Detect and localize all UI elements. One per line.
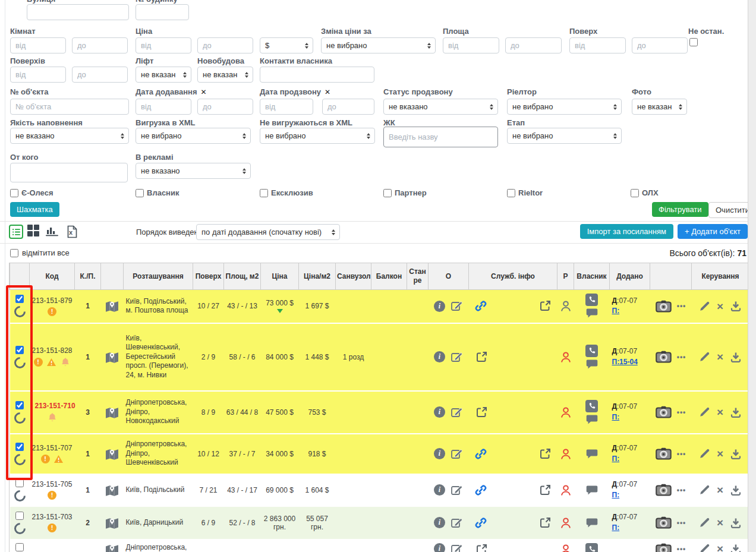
person-icon[interactable] (559, 516, 572, 529)
location-text[interactable]: Дніпропетровська, Дніпро, Новокодакський (126, 398, 187, 425)
map-icon[interactable] (105, 299, 119, 313)
call-status-select[interactable]: не вказано (383, 99, 498, 115)
location-text[interactable]: Київ, Шевченківський, Берестейський прос… (126, 334, 188, 379)
table-row[interactable]: !213-151-710 ! 3 Дніпропетровська, Дніпр… (10, 391, 749, 434)
not-last-checkbox[interactable] (689, 38, 698, 46)
edit-note-icon[interactable] (451, 484, 463, 496)
xml-exclude-select[interactable]: не вибрано (260, 128, 375, 144)
more-options-icon[interactable]: ••• (677, 302, 686, 310)
chart-view-icon[interactable] (45, 225, 59, 236)
status-circle-icon[interactable] (12, 452, 28, 468)
phone-icon[interactable] (585, 294, 598, 306)
table-row[interactable]: !213-151-705 ! 1 Київ, Подільський 7 / 2… (10, 474, 749, 506)
comment-icon[interactable] (586, 449, 598, 459)
person-icon[interactable] (559, 351, 572, 364)
status-circle-icon[interactable] (12, 488, 28, 504)
external-link-icon[interactable] (538, 299, 552, 313)
map-icon[interactable] (105, 406, 119, 419)
grid-view-icon[interactable] (27, 225, 39, 236)
external-link-icon[interactable] (475, 543, 488, 552)
comment-icon[interactable] (586, 359, 598, 370)
floors-from-input[interactable] (10, 67, 66, 83)
edit-note-icon[interactable] (451, 406, 463, 418)
link-icon[interactable] (475, 517, 487, 529)
call-date-link[interactable]: П: (612, 307, 620, 315)
comment-icon[interactable] (586, 308, 598, 318)
object-no-input[interactable] (10, 99, 129, 115)
flag-partner-checkbox[interactable] (383, 189, 392, 197)
order-select[interactable]: по даті додавання (спочатку нові) (196, 224, 340, 240)
camera-icon[interactable] (656, 516, 672, 529)
camera-icon[interactable] (656, 543, 672, 552)
delete-icon[interactable]: × (717, 301, 723, 312)
more-options-icon[interactable]: ••• (677, 486, 686, 494)
external-link-icon[interactable] (538, 447, 552, 460)
row-select-checkbox[interactable] (15, 401, 24, 409)
delete-icon[interactable]: × (717, 351, 723, 362)
map-icon[interactable] (105, 484, 119, 497)
excel-export-icon[interactable]: x (67, 225, 77, 239)
status-circle-icon[interactable] (12, 521, 28, 537)
location-text[interactable]: Київ, Подільський (126, 485, 185, 494)
row-select-checkbox[interactable] (15, 479, 24, 487)
map-icon[interactable] (105, 447, 119, 460)
warning-triangle-icon[interactable] (46, 358, 56, 367)
currency-select[interactable]: $ (260, 37, 313, 53)
info-icon[interactable]: i (434, 448, 445, 459)
filter-button[interactable]: Фільтрувати (652, 202, 708, 217)
download-icon[interactable] (730, 448, 742, 460)
flag-olx[interactable]: ОЛХ (631, 188, 659, 197)
row-select-checkbox[interactable] (15, 512, 24, 520)
edit-pencil-icon[interactable] (699, 406, 710, 418)
row-select-checkbox[interactable] (15, 295, 24, 303)
row-select-checkbox[interactable] (15, 346, 24, 354)
comment-icon[interactable] (586, 414, 598, 425)
status-circle-icon[interactable] (12, 304, 28, 320)
info-icon[interactable]: i (434, 484, 445, 496)
zhk-input[interactable] (383, 127, 498, 147)
quality-select[interactable]: не вказано (10, 128, 129, 144)
external-link-icon[interactable] (538, 484, 552, 497)
location-text[interactable]: Київ, Дарницький (126, 518, 184, 526)
lift-select[interactable]: не вказан (136, 67, 191, 83)
rooms-from-input[interactable] (10, 37, 66, 53)
status-circle-icon[interactable] (12, 410, 28, 426)
external-link-icon[interactable] (475, 351, 488, 364)
edit-note-icon[interactable] (451, 351, 463, 363)
date-call-to-input[interactable] (322, 99, 374, 115)
edit-pencil-icon[interactable] (699, 448, 710, 459)
info-icon[interactable]: i (434, 517, 445, 528)
in-ads-select[interactable]: не вказано (136, 163, 251, 179)
warning-badge-icon[interactable]: ! (41, 455, 50, 463)
newbuild-select[interactable]: не вказан (197, 67, 253, 83)
map-icon[interactable] (105, 351, 119, 364)
location-text[interactable]: Київ, Подільський, м. Поштова площа (126, 297, 188, 315)
rooms-to-input[interactable] (72, 37, 128, 53)
download-icon[interactable] (730, 484, 742, 496)
more-options-icon[interactable]: ••• (677, 408, 686, 417)
delete-icon[interactable]: × (717, 484, 723, 496)
edit-note-icon[interactable] (451, 448, 463, 460)
flag-exclusive[interactable]: Ексклюзив (260, 188, 313, 197)
edit-note-icon[interactable] (451, 300, 463, 312)
edit-pencil-icon[interactable] (699, 484, 710, 496)
phone-icon[interactable] (585, 400, 598, 412)
more-options-icon[interactable]: ••• (677, 545, 686, 552)
map-icon[interactable] (105, 516, 119, 529)
link-icon[interactable] (475, 484, 487, 496)
select-all-checkbox[interactable] (10, 249, 18, 257)
warning-badge-icon[interactable]: ! (34, 358, 43, 367)
info-icon[interactable]: i (434, 351, 445, 362)
call-date-link[interactable]: П:15-04 (612, 358, 638, 366)
flag-rieltor[interactable]: Rieltor (507, 188, 543, 197)
camera-icon[interactable] (656, 406, 672, 418)
floor-to-input[interactable] (632, 37, 688, 53)
status-circle-icon[interactable] (12, 355, 28, 371)
date-added-from-input[interactable] (136, 99, 191, 115)
more-options-icon[interactable]: ••• (677, 450, 686, 458)
row-select-checkbox[interactable] (15, 443, 24, 451)
chess-button[interactable]: Шахматка (10, 202, 59, 217)
call-date-link[interactable]: П: (612, 455, 620, 463)
info-icon[interactable]: i (434, 301, 445, 312)
warning-badge-icon[interactable]: ! (48, 491, 56, 500)
